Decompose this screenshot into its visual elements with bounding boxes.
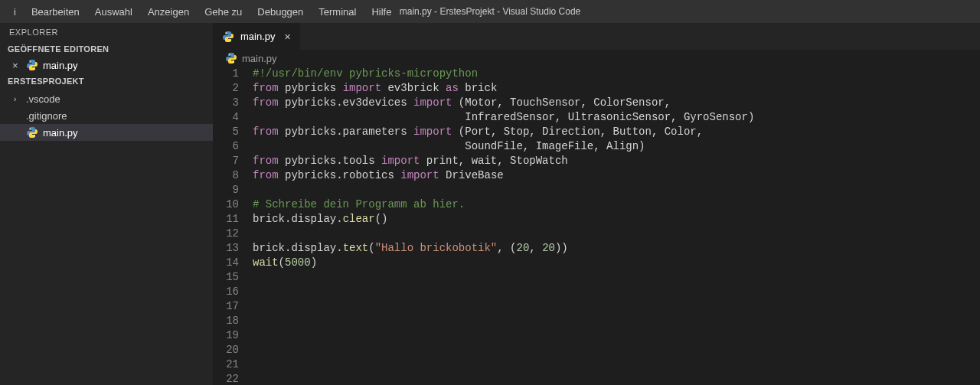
line-number: 6 <box>213 139 239 154</box>
python-icon <box>26 126 38 139</box>
breadcrumb-file[interactable]: main.py <box>242 53 277 64</box>
main-area: EXPLORER GEÖFFNETE EDITOREN ×main.py ERS… <box>0 23 980 385</box>
code-line[interactable]: wait(5000) <box>253 256 980 270</box>
code-line[interactable] <box>253 183 980 197</box>
chevron-right-icon: › <box>14 95 21 103</box>
code-line[interactable] <box>253 227 980 241</box>
tree-item-label: .vscode <box>26 93 60 105</box>
window-title: main.py - ErstesProjekt - Visual Studio … <box>400 6 581 17</box>
tab-label: main.py <box>240 31 276 42</box>
code-line[interactable]: from pybricks.ev3devices import (Motor, … <box>253 96 980 110</box>
code-line[interactable]: # Schreibe dein Programm ab hier. <box>253 197 980 212</box>
code-content[interactable]: #!/usr/bin/env pybricks-micropythonfrom … <box>253 67 980 385</box>
tab-main-py[interactable]: main.py× <box>213 23 301 50</box>
svg-point-2 <box>30 128 31 129</box>
line-gutter: 12345678910111213141516171819202122 <box>213 67 253 385</box>
code-line[interactable]: from pybricks.tools import print, wait, … <box>253 154 980 168</box>
line-number: 5 <box>213 125 239 139</box>
line-number: 16 <box>213 285 239 299</box>
tree-item--gitignore[interactable]: .gitignore <box>0 107 213 124</box>
code-line[interactable] <box>253 314 980 328</box>
line-number: 1 <box>213 67 239 81</box>
project-header[interactable]: ERSTESPROJEKT <box>0 73 213 89</box>
code-line[interactable] <box>253 372 980 385</box>
menubar: iBearbeitenAuswahlAnzeigenGehe zuDebugge… <box>6 3 399 21</box>
code-line[interactable]: from pybricks.robotics import DriveBase <box>253 168 980 183</box>
code-line[interactable]: brick.display.clear() <box>253 212 980 227</box>
code-line[interactable] <box>253 285 980 299</box>
code-area[interactable]: 12345678910111213141516171819202122 #!/u… <box>213 67 980 385</box>
line-number: 19 <box>213 328 239 343</box>
svg-point-0 <box>30 60 31 61</box>
line-number: 17 <box>213 299 239 314</box>
svg-point-5 <box>230 40 230 41</box>
file-tree: ›.vscode.gitignoremain.py <box>0 90 213 141</box>
line-number: 14 <box>213 256 239 270</box>
line-number: 8 <box>213 168 239 183</box>
line-number: 7 <box>213 154 239 168</box>
code-line[interactable]: from pybricks.parameters import (Port, S… <box>253 125 980 139</box>
code-line[interactable] <box>253 270 980 285</box>
tree-item-label: main.py <box>43 127 78 139</box>
svg-point-7 <box>233 61 234 62</box>
code-line[interactable]: #!/usr/bin/env pybricks-micropython <box>253 67 980 81</box>
line-number: 15 <box>213 270 239 285</box>
line-number: 21 <box>213 357 239 372</box>
tree-item-label: .gitignore <box>26 110 67 122</box>
code-line[interactable]: SoundFile, ImageFile, Align) <box>253 139 980 154</box>
python-icon <box>222 31 234 43</box>
svg-point-3 <box>34 135 34 136</box>
menu-anzeigen[interactable]: Anzeigen <box>140 3 197 21</box>
line-number: 2 <box>213 81 239 96</box>
tabs-row: main.py× <box>213 23 980 50</box>
open-editors-header[interactable]: GEÖFFNETE EDITOREN <box>0 41 213 57</box>
line-number: 12 <box>213 227 239 241</box>
breadcrumb[interactable]: main.py <box>213 50 980 67</box>
menu-auswahl[interactable]: Auswahl <box>87 3 140 21</box>
line-number: 4 <box>213 110 239 125</box>
line-number: 20 <box>213 343 239 357</box>
menu-i[interactable]: i <box>6 3 24 21</box>
svg-point-1 <box>34 68 34 69</box>
menu-gehe zu[interactable]: Gehe zu <box>197 3 250 21</box>
code-line[interactable] <box>253 299 980 314</box>
tree-item--vscode[interactable]: ›.vscode <box>0 90 213 107</box>
code-line[interactable]: from pybricks import ev3brick as brick <box>253 81 980 96</box>
line-number: 22 <box>213 372 239 385</box>
menu-debuggen[interactable]: Debuggen <box>250 3 311 21</box>
code-line[interactable] <box>253 357 980 372</box>
close-icon[interactable]: × <box>12 60 21 71</box>
menu-terminal[interactable]: Terminal <box>311 3 364 21</box>
close-icon[interactable]: × <box>282 31 291 43</box>
editor-area: main.py× main.py 12345678910111213141516… <box>213 23 980 385</box>
line-number: 3 <box>213 96 239 110</box>
code-line[interactable]: brick.display.text("Hallo brickobotik", … <box>253 241 980 256</box>
python-icon <box>26 59 38 71</box>
line-number: 9 <box>213 183 239 197</box>
explorer-sidebar: EXPLORER GEÖFFNETE EDITOREN ×main.py ERS… <box>0 23 213 385</box>
line-number: 18 <box>213 314 239 328</box>
python-icon <box>225 52 237 64</box>
code-line[interactable] <box>253 328 980 343</box>
svg-point-6 <box>229 54 230 54</box>
tree-item-main-py[interactable]: main.py <box>0 124 213 141</box>
code-line[interactable]: InfraredSensor, UltrasonicSensor, GyroSe… <box>253 110 980 125</box>
line-number: 10 <box>213 197 239 212</box>
menu-bearbeiten[interactable]: Bearbeiten <box>24 3 87 21</box>
line-number: 13 <box>213 241 239 256</box>
svg-point-4 <box>226 32 227 33</box>
open-editor-label: main.py <box>43 60 78 71</box>
explorer-title: EXPLORER <box>0 23 213 41</box>
open-editor-item[interactable]: ×main.py <box>0 57 213 73</box>
line-number: 11 <box>213 212 239 227</box>
menu-hilfe[interactable]: Hilfe <box>364 3 399 21</box>
titlebar: iBearbeitenAuswahlAnzeigenGehe zuDebugge… <box>0 0 980 23</box>
code-line[interactable] <box>253 343 980 357</box>
